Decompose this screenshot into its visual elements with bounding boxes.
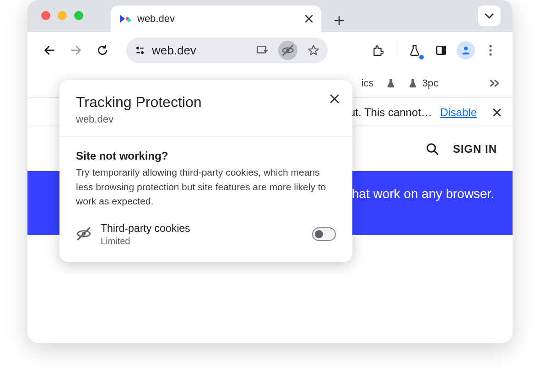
browser-tab[interactable]: web.dev	[111, 5, 321, 32]
tracking-protection-popover: Tracking Protection web.dev Site not wor…	[59, 80, 352, 262]
third-party-cookies-label: Third-party cookies	[101, 222, 304, 235]
tab-title: web.dev	[137, 13, 298, 25]
svg-point-12	[489, 49, 491, 51]
sign-in-button[interactable]: SIGN IN	[453, 143, 497, 156]
svg-point-11	[489, 45, 491, 47]
forward-button[interactable]	[65, 39, 87, 61]
info-bar-text: ut. This cannot…	[349, 106, 432, 119]
site-settings-icon[interactable]	[135, 45, 146, 56]
popover-description: Try temporarily allowing third-party coo…	[76, 165, 336, 209]
third-party-cookies-status: Limited	[101, 236, 304, 247]
popover-close-button[interactable]	[329, 94, 340, 104]
third-party-cookies-toggle[interactable]	[312, 227, 336, 241]
chrome-menu-button[interactable]	[480, 39, 502, 61]
tab-close-button[interactable]	[305, 15, 313, 23]
svg-point-4	[141, 51, 144, 54]
labs-button[interactable]	[404, 39, 426, 61]
svg-rect-3	[140, 48, 144, 49]
install-app-icon[interactable]	[253, 41, 272, 60]
url-text: web.dev	[152, 43, 246, 58]
info-bar-disable-link[interactable]: Disable	[440, 106, 477, 119]
bookmark-item-partial[interactable]: ics	[362, 77, 374, 89]
third-party-cookies-row: Third-party cookies Limited	[76, 222, 336, 247]
svg-rect-9	[442, 46, 446, 54]
svg-point-10	[464, 47, 468, 50]
svg-point-2	[136, 47, 139, 49]
svg-point-1	[127, 18, 131, 22]
tabs-dropdown-button[interactable]	[478, 5, 501, 27]
profile-avatar-button[interactable]	[457, 41, 475, 59]
bookmarks-overflow-button[interactable]	[490, 80, 502, 87]
reload-button[interactable]	[92, 39, 113, 61]
bookmark-star-icon[interactable]	[304, 41, 323, 60]
navigation-toolbar: web.dev	[27, 32, 513, 69]
svg-rect-5	[136, 52, 140, 54]
tab-strip: web.dev	[27, 0, 513, 32]
site-search-button[interactable]	[426, 142, 439, 156]
address-bar[interactable]: web.dev	[126, 38, 328, 63]
svg-point-13	[489, 53, 491, 55]
popover-question: Site not working?	[76, 150, 336, 162]
window-controls	[41, 11, 83, 20]
new-tab-button[interactable]	[328, 9, 351, 32]
popover-title: Tracking Protection	[76, 94, 336, 111]
bookmark-item-flask-1[interactable]	[386, 78, 396, 88]
svg-rect-6	[257, 46, 265, 53]
banner-text: that work on any browser.	[348, 187, 494, 201]
browser-window: web.dev web.dev	[27, 0, 513, 343]
info-bar-close-button[interactable]	[492, 108, 502, 117]
side-panel-button[interactable]	[430, 39, 452, 61]
back-button[interactable]	[38, 39, 60, 61]
tab-favicon-icon	[119, 13, 131, 25]
tracking-protection-icon[interactable]	[278, 41, 297, 60]
eye-off-icon	[76, 226, 92, 242]
popover-site: web.dev	[76, 113, 336, 125]
extensions-button[interactable]	[367, 39, 389, 61]
toolbar-separator	[396, 42, 396, 59]
close-window-button[interactable]	[41, 11, 50, 20]
fullscreen-window-button[interactable]	[74, 11, 83, 20]
minimize-window-button[interactable]	[58, 11, 67, 20]
bookmark-item-3pc[interactable]: 3pc	[408, 77, 438, 89]
